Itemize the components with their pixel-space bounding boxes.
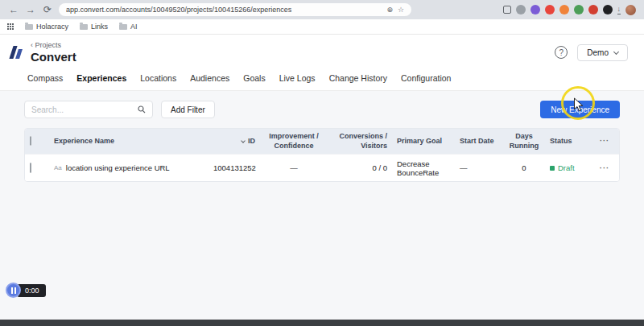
experience-name-link[interactable]: Aa location using experience URL	[49, 163, 208, 172]
add-filter-button[interactable]: Add Filter	[161, 101, 215, 118]
extension-icon-4[interactable]	[559, 5, 569, 14]
primary-goal-value: Decrease BounceRate	[392, 159, 455, 177]
column-header-days-running[interactable]: Days Running	[503, 132, 545, 151]
text-type-icon: Aa	[54, 164, 62, 171]
toolbar: Add Filter New Experience	[24, 101, 620, 118]
browser-extensions-area: ↓	[503, 5, 637, 15]
tab-audiences[interactable]: Audiences	[190, 73, 229, 83]
translate-icon[interactable]: ⊕	[386, 6, 393, 14]
sort-chevron-icon	[241, 138, 246, 143]
draft-status-icon	[550, 166, 555, 171]
page-title: Convert	[31, 50, 76, 64]
extension-icon-7[interactable]	[603, 5, 613, 14]
back-icon[interactable]: ←	[8, 4, 19, 15]
row-more-options-icon[interactable]: ···	[590, 163, 619, 172]
header-more-options-icon[interactable]: ···	[590, 137, 619, 146]
bookmark-star-icon[interactable]: ☆	[398, 6, 404, 14]
browser-window: ← → ⟳ app.convert.com/accounts/10049520/…	[0, 0, 644, 326]
experience-name: location using experience URL	[66, 163, 170, 172]
main-nav-tabs: Compass Experiences Locations Audiences …	[0, 65, 644, 90]
experience-id: 1004131252	[208, 163, 260, 172]
column-header-primary-goal[interactable]: Primary Goal	[392, 137, 455, 146]
tab-live-logs[interactable]: Live Logs	[279, 73, 316, 83]
extension-icon-5[interactable]	[574, 5, 584, 14]
url-text: app.convert.com/accounts/10049520/projec…	[66, 6, 382, 14]
improvement-value: —	[260, 163, 328, 172]
status-badge: Draft	[550, 163, 585, 172]
tab-change-history[interactable]: Change History	[329, 73, 387, 83]
folder-icon	[25, 24, 33, 30]
chevron-down-icon	[613, 48, 619, 54]
column-header-id-label: ID	[248, 137, 255, 146]
column-header-improvement[interactable]: Improvement / Confidence	[260, 132, 328, 151]
tab-compass[interactable]: Compass	[27, 73, 63, 83]
column-header-conversions[interactable]: Conversions / Visitors	[328, 132, 392, 151]
recording-timestamp: 0:00	[17, 284, 46, 297]
bookmark-folder-links[interactable]: Links	[80, 23, 108, 31]
help-icon[interactable]: ?	[555, 46, 568, 59]
search-box	[24, 101, 153, 118]
pause-button[interactable]	[6, 283, 21, 298]
breadcrumb[interactable]: ‹ Projects	[31, 41, 76, 49]
forward-icon[interactable]: →	[25, 4, 36, 15]
table-header-row: Experience Name ID Improvement / Confide…	[25, 129, 619, 154]
account-selector-label: Demo	[587, 48, 609, 57]
browser-chrome: ← → ⟳ app.convert.com/accounts/10049520/…	[0, 0, 644, 19]
conversions-value: 0 / 0	[328, 163, 392, 172]
row-checkbox[interactable]	[30, 163, 31, 173]
breadcrumb-label: Projects	[35, 41, 62, 49]
bookmark-folder-holacracy[interactable]: Holacracy	[25, 23, 68, 31]
search-icon	[138, 105, 146, 113]
bookmarks-bar: Holacracy Links AI	[0, 19, 644, 35]
recording-player-overlay: 0:00	[6, 283, 46, 298]
status-label: Draft	[558, 163, 575, 172]
experiences-panel: Add Filter New Experience Experience Nam…	[0, 90, 644, 320]
days-running-value: 0	[503, 163, 545, 172]
extension-icon-2[interactable]	[530, 5, 540, 14]
address-bar[interactable]: app.convert.com/accounts/10049520/projec…	[59, 3, 411, 16]
tab-configuration[interactable]: Configuration	[401, 73, 451, 83]
start-date-value: —	[455, 163, 503, 172]
tab-locations[interactable]: Locations	[140, 73, 176, 83]
page-header: ‹ Projects Convert ? Demo	[0, 35, 644, 65]
apps-grid-icon[interactable]	[7, 23, 14, 30]
experiences-table: Experience Name ID Improvement / Confide…	[24, 128, 620, 182]
account-selector[interactable]: Demo	[577, 44, 628, 61]
extension-icon-3[interactable]	[545, 5, 555, 14]
profile-avatar[interactable]	[625, 5, 636, 15]
column-header-id[interactable]: ID	[208, 137, 260, 146]
column-header-status[interactable]: Status	[545, 137, 590, 146]
breadcrumb-chevron-icon: ‹	[31, 41, 33, 49]
select-all-checkbox[interactable]	[30, 136, 31, 146]
extension-icon-6[interactable]	[588, 5, 598, 14]
bookmark-label: AI	[130, 23, 138, 31]
search-input[interactable]	[31, 105, 138, 114]
tab-goals[interactable]: Goals	[243, 73, 265, 83]
column-header-start-date[interactable]: Start Date	[455, 137, 503, 146]
folder-icon	[80, 24, 88, 30]
bookmark-folder-ai[interactable]: AI	[119, 23, 138, 31]
bookmark-label: Holacracy	[36, 23, 68, 31]
bottom-edge-strip	[0, 320, 644, 326]
refresh-icon[interactable]: ⟳	[42, 4, 53, 15]
tab-experiences[interactable]: Experiences	[76, 73, 126, 83]
convert-logo-icon	[10, 44, 24, 60]
extension-icon-1[interactable]	[516, 5, 526, 14]
cast-icon[interactable]	[503, 6, 511, 14]
column-header-experience-name[interactable]: Experience Name	[49, 137, 208, 146]
bookmark-label: Links	[91, 23, 108, 31]
table-row: Aa location using experience URL 1004131…	[25, 154, 619, 181]
folder-icon	[119, 24, 127, 30]
download-icon[interactable]: ↓	[617, 6, 621, 14]
new-experience-button[interactable]: New Experience	[540, 101, 620, 118]
